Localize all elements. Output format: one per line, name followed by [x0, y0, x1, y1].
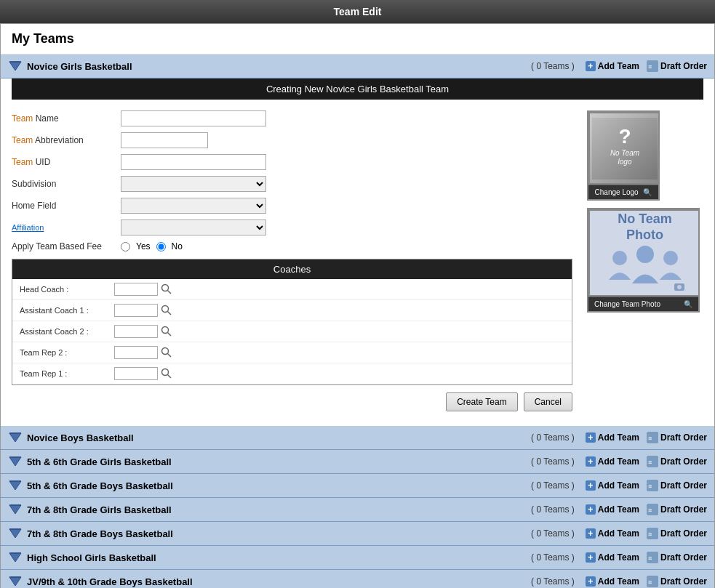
team-abbr-label: Team Abbreviation: [12, 135, 121, 145]
div-add-team-button-1[interactable]: + Add Team: [586, 456, 639, 467]
svg-point-10: [162, 348, 169, 355]
coach-search-icon-4[interactable]: [161, 368, 172, 379]
coach-row-0: Head Coach :: [12, 279, 572, 300]
svg-text:≡: ≡: [648, 459, 652, 466]
coach-search-icon-1[interactable]: [161, 305, 172, 316]
coach-input-0[interactable]: [114, 283, 158, 296]
div-draft-order-button-3[interactable]: ≡ Draft Order: [647, 504, 707, 515]
division-row-4: 7th & 8th Grade Boys Basketball ( 0 Team…: [1, 522, 714, 546]
div-draft-order-button-0[interactable]: ≡ Draft Order: [647, 432, 707, 443]
coach-search-icon-0[interactable]: [161, 283, 172, 295]
div-draft-icon-2: ≡: [647, 480, 658, 491]
no-photo-text: No Team Photo: [618, 212, 672, 243]
title-bar: Team Edit: [0, 0, 715, 23]
coach-input-2[interactable]: [114, 325, 158, 338]
fee-yes-label: Yes: [136, 241, 151, 251]
svg-line-9: [168, 333, 172, 337]
svg-text:≡: ≡: [648, 531, 652, 538]
svg-text:?: ?: [618, 125, 631, 148]
form-right: ? No Team logo Change Logo 🔍 No Tea: [587, 110, 703, 415]
div-collapse-icon-4[interactable]: [8, 526, 23, 541]
apply-fee-row: Apply Team Based Fee Yes No: [12, 241, 572, 251]
svg-marker-43: [9, 553, 21, 562]
active-add-team-button[interactable]: + Add Team: [586, 61, 639, 71]
create-team-form: Creating New Novice Girls Basketball Tea…: [1, 78, 714, 426]
div-draft-order-button-5[interactable]: ≡ Draft Order: [647, 552, 707, 563]
team-name-input[interactable]: [121, 110, 266, 126]
affiliation-select[interactable]: [121, 220, 266, 235]
plus-icon: +: [586, 61, 596, 71]
fee-no-radio[interactable]: [156, 242, 166, 251]
div-draft-order-button-1[interactable]: ≡ Draft Order: [647, 456, 707, 467]
svg-text:logo: logo: [618, 158, 632, 166]
team-abbr-input[interactable]: [121, 132, 208, 148]
div-name-1: 5th & 6th Grade Girls Basketball: [27, 456, 531, 467]
fee-radio-group: Yes No: [121, 241, 183, 251]
div-add-team-button-5[interactable]: + Add Team: [586, 552, 639, 563]
change-photo-button[interactable]: Change Team Photo 🔍: [588, 297, 698, 311]
fee-no-label: No: [172, 241, 183, 251]
coach-label-3: Team Rep 2 :: [20, 348, 114, 357]
coach-input-3[interactable]: [114, 346, 158, 359]
div-collapse-icon-5[interactable]: [8, 550, 23, 565]
div-add-team-button-0[interactable]: + Add Team: [586, 432, 639, 443]
change-logo-button[interactable]: Change Logo 🔍: [588, 185, 658, 199]
div-collapse-icon-6[interactable]: [8, 574, 23, 588]
logo-box: ? No Team logo: [588, 112, 660, 185]
coach-input-1[interactable]: [114, 304, 158, 317]
cancel-button[interactable]: Cancel: [524, 392, 572, 411]
div-name-5: High School Girls Basketball: [27, 552, 531, 563]
svg-marker-23: [9, 433, 21, 442]
div-draft-order-button-4[interactable]: ≡ Draft Order: [647, 528, 707, 539]
division-row-2: 5th & 6th Grade Boys Basketball ( 0 Team…: [1, 474, 714, 498]
div-add-team-button-6[interactable]: + Add Team: [586, 576, 639, 587]
photo-silhouette: [602, 243, 689, 294]
draft-order-icon: ≡: [647, 60, 658, 72]
svg-marker-27: [9, 457, 21, 466]
logo-image: ? No Team logo: [592, 118, 658, 180]
division-collapse-icon[interactable]: [8, 59, 23, 73]
div-draft-order-button-6[interactable]: ≡ Draft Order: [647, 576, 707, 587]
div-plus-icon-1: +: [586, 456, 596, 467]
team-uid-row: Team UID: [12, 154, 572, 170]
div-add-team-button-3[interactable]: + Add Team: [586, 504, 639, 515]
division-row-3: 7th & 8th Grade Girls Basketball ( 0 Tea…: [1, 498, 714, 522]
svg-text:≡: ≡: [648, 555, 652, 562]
create-team-button[interactable]: Create Team: [446, 392, 517, 411]
home-field-select[interactable]: [121, 198, 266, 214]
div-collapse-icon-2[interactable]: [8, 478, 23, 493]
coach-input-4[interactable]: [114, 367, 158, 380]
div-plus-icon-0: +: [586, 432, 596, 443]
svg-point-22: [677, 285, 682, 289]
subdivision-select[interactable]: [121, 176, 266, 192]
division-row-0: Novice Boys Basketball ( 0 Teams ) + Add…: [1, 426, 714, 450]
div-collapse-icon-3[interactable]: [8, 502, 23, 517]
active-draft-order-button[interactable]: ≡ Draft Order: [647, 60, 707, 72]
div-draft-icon-6: ≡: [647, 576, 658, 587]
division-row-1: 5th & 6th Grade Girls Basketball ( 0 Tea…: [1, 450, 714, 474]
svg-line-5: [168, 291, 172, 294]
subdivision-label: Subdivision: [12, 179, 121, 189]
div-collapse-icon-1[interactable]: [8, 454, 23, 469]
div-count-4: ( 0 Teams ): [531, 528, 575, 539]
div-collapse-icon-0[interactable]: [8, 430, 23, 445]
svg-point-8: [162, 327, 169, 334]
team-name-label-highlight: Team: [12, 113, 33, 124]
division-row-5: High School Girls Basketball ( 0 Teams )…: [1, 546, 714, 570]
magnifier-icon: 🔍: [643, 188, 652, 196]
svg-point-12: [162, 369, 169, 376]
team-uid-label-highlight: Team: [12, 157, 33, 167]
team-uid-input[interactable]: [121, 154, 266, 170]
div-draft-order-button-2[interactable]: ≡ Draft Order: [647, 480, 707, 491]
coach-search-icon-3[interactable]: [161, 347, 172, 358]
div-plus-icon-5: +: [586, 552, 596, 563]
photo-magnifier-icon: 🔍: [684, 300, 692, 308]
svg-marker-31: [9, 481, 21, 490]
coach-search-icon-2[interactable]: [161, 326, 172, 337]
div-add-team-button-4[interactable]: + Add Team: [586, 528, 639, 539]
div-add-team-button-2[interactable]: + Add Team: [586, 480, 639, 491]
div-plus-icon-6: +: [586, 576, 596, 587]
fee-yes-radio[interactable]: [121, 242, 130, 251]
affiliation-link[interactable]: Affiliation: [12, 223, 44, 232]
div-count-6: ( 0 Teams ): [531, 576, 575, 587]
